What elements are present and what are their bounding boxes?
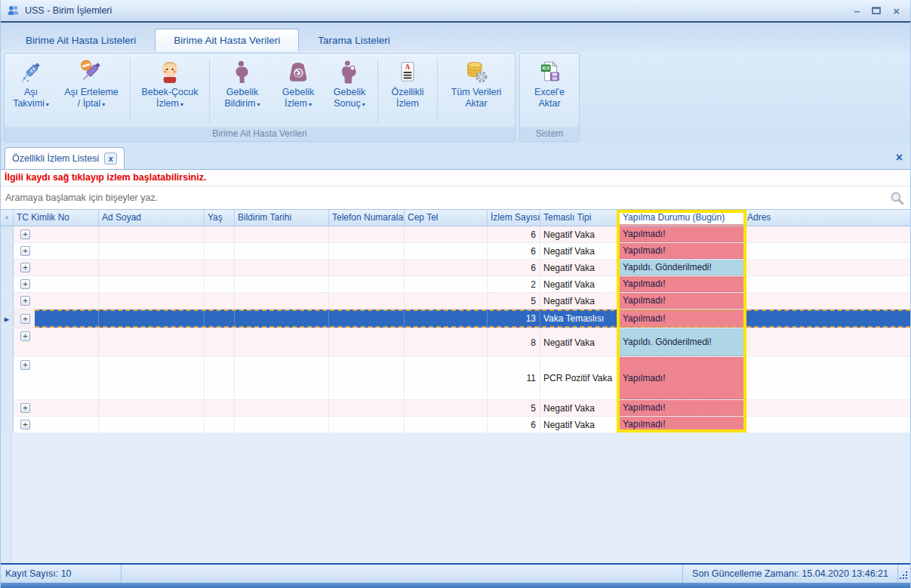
- gebelik-bildirim-button[interactable]: GebelikBildirim▾: [212, 55, 272, 127]
- ribbon-tab-strip: Birime Ait Hasta Listeleri Birime Ait Ha…: [1, 23, 910, 51]
- table-row[interactable]: + 6 Negatif Vaka Yapıldı. Gönderilmedi!: [1, 260, 910, 276]
- excele-aktar-button[interactable]: XLS Excel'eAktar: [522, 55, 577, 127]
- ribbon-separator: [130, 58, 131, 124]
- ribbon-group-label: Birime Ait Hasta Verileri: [5, 127, 515, 141]
- status-cell: Yapılmadı!: [620, 293, 744, 309]
- document-area: Özellikli İzlem Listesi x × İlgili kaydı…: [1, 143, 910, 563]
- status-cell: Yapılmadı!: [620, 357, 744, 399]
- row-indicator: [1, 243, 14, 259]
- temasli-tipi-cell: Negatif Vaka: [540, 417, 620, 433]
- status-cell: Yapılmadı!: [620, 226, 744, 242]
- baby-icon: [157, 59, 183, 85]
- svg-text:A: A: [405, 63, 411, 71]
- expand-button[interactable]: +: [20, 314, 30, 324]
- window-bottom-edge: [1, 583, 910, 588]
- column-header-cep-tel[interactable]: Cep Tel: [405, 210, 488, 226]
- table-row[interactable]: + 6 Negatif Vaka Yapılmadı!: [1, 417, 910, 433]
- row-indicator: [1, 226, 14, 242]
- pregnancy-icon: [229, 59, 255, 85]
- maximize-button[interactable]: [872, 7, 881, 14]
- temasli-tipi-cell: Negatif Vaka: [540, 226, 620, 242]
- table-row[interactable]: + 2 Negatif Vaka Yapılmadı!: [1, 276, 910, 293]
- tum-verileri-aktar-button[interactable]: Tüm VerileriAktar: [440, 55, 512, 127]
- table-row-selected[interactable]: ▸ + 13 Vaka Temaslısı Yapılmadı!: [1, 309, 910, 328]
- record-count-label: Kayıt Sayısı: 10: [1, 565, 122, 583]
- expand-button[interactable]: +: [20, 360, 30, 370]
- notice-text: İlgili kaydı sağ tıklayıp izlem başlatab…: [1, 170, 910, 186]
- chevron-down-icon: ▾: [180, 101, 183, 108]
- expand-button[interactable]: +: [20, 229, 30, 239]
- table-row[interactable]: + 11 PCR Pozitif Vaka Yapılmadı!: [1, 357, 910, 400]
- close-button[interactable]: ×: [893, 5, 900, 17]
- expand-button[interactable]: +: [20, 263, 30, 272]
- button-label: AşıTakvimi▾: [13, 87, 49, 109]
- expand-button[interactable]: +: [20, 296, 30, 306]
- document-tab-label: Özellikli İzlem Listesi: [12, 153, 99, 164]
- button-label: Özellikliİzlem: [391, 87, 423, 109]
- expand-button[interactable]: +: [20, 331, 30, 341]
- column-header-bildirim-tarihi[interactable]: Bildirim Tarihi: [235, 210, 329, 226]
- expand-button[interactable]: +: [20, 279, 30, 289]
- button-label: Aşı Erteleme/ İptal▾: [64, 87, 118, 109]
- temasli-tipi-cell: Negatif Vaka: [540, 328, 620, 356]
- search-icon: [890, 191, 904, 205]
- status-cell: Yapılmadı!: [620, 243, 744, 259]
- temasli-tipi-cell: Negatif Vaka: [540, 260, 620, 276]
- column-header-yapilma-durumu[interactable]: Yapılma Durumu (Bugün): [620, 210, 744, 226]
- database-export-icon: [463, 59, 489, 85]
- ribbon-group-label: Sistem: [520, 127, 579, 141]
- column-header-telefon-numaralari[interactable]: Telefon Numaraları: [329, 210, 405, 226]
- mother-baby-icon: [337, 59, 362, 85]
- izlem-sayisi-cell: 2: [488, 276, 540, 292]
- column-header-adres[interactable]: Adres: [744, 210, 910, 226]
- gebelik-sonuc-button[interactable]: GebelikSonuç▾: [324, 55, 375, 127]
- minimize-button[interactable]: –: [854, 5, 860, 17]
- grid-empty-area: [1, 433, 910, 563]
- table-row[interactable]: + 5 Negatif Vaka Yapılmadı!: [1, 400, 910, 417]
- izlem-sayisi-cell: 5: [488, 400, 540, 416]
- search-input[interactable]: [1, 192, 910, 203]
- expand-button[interactable]: +: [20, 420, 30, 429]
- button-label: Tüm VerileriAktar: [451, 87, 502, 109]
- featured-document-icon: A: [395, 59, 420, 85]
- select-all-corner[interactable]: *: [1, 210, 14, 226]
- table-row[interactable]: + 6 Negatif Vaka Yapılmadı!: [1, 226, 910, 243]
- tab-tarama-listeleri[interactable]: Tarama Listeleri: [299, 29, 408, 51]
- asi-takvimi-button[interactable]: AşıTakvimi▾: [7, 55, 55, 127]
- tab-ozellikli-izlem-listesi[interactable]: Özellikli İzlem Listesi x: [5, 147, 125, 169]
- pane-close-icon[interactable]: ×: [896, 152, 903, 164]
- gebelik-izlem-button[interactable]: Gebelikİzlem▾: [272, 55, 324, 127]
- ribbon-group-sistem: XLS Excel'eAktar Sistem: [519, 53, 580, 142]
- status-cell: Yapılmadı!: [620, 400, 744, 416]
- chevron-down-icon: ▾: [362, 101, 365, 108]
- expand-button[interactable]: +: [20, 246, 30, 256]
- table-row[interactable]: + 5 Negatif Vaka Yapılmadı!: [1, 293, 910, 309]
- column-header-ad-soyad[interactable]: Ad Soyad: [99, 210, 205, 226]
- asi-erteleme-iptal-button[interactable]: Aşı Erteleme/ İptal▾: [55, 55, 128, 127]
- column-header-izlem-sayisi[interactable]: İzlem Sayısı: [488, 210, 540, 226]
- column-header-yas[interactable]: Yaş: [205, 210, 235, 226]
- status-bar: Kayıt Sayısı: 10 Son Güncelleme Zamanı: …: [1, 563, 910, 583]
- table-row[interactable]: + 6 Negatif Vaka Yapılmadı!: [1, 243, 910, 260]
- ozellikli-izlem-button[interactable]: A Özellikliİzlem: [380, 55, 435, 127]
- row-indicator: [1, 357, 14, 399]
- temasli-tipi-cell: PCR Pozitif Vaka: [540, 357, 620, 399]
- column-header-temasli-tipi[interactable]: Temaslı Tipi: [540, 210, 620, 226]
- search-row: [1, 186, 910, 210]
- button-label: GebelikBildirim▾: [225, 87, 260, 109]
- bebek-cocuk-izlem-button[interactable]: Bebek-Çocukİzlem▾: [133, 55, 207, 127]
- status-cell: Yapılmadı!: [620, 309, 744, 328]
- tab-birime-ait-hasta-verileri[interactable]: Birime Ait Hasta Verileri: [155, 29, 299, 51]
- resize-grip[interactable]: [898, 565, 910, 583]
- app-window: USS - Birim İşlemleri – × Birime Ait Has…: [0, 0, 911, 588]
- vaccine-icon: [18, 59, 44, 85]
- table-row[interactable]: + 8 Negatif Vaka Yapıldı. Gönderilmedi!: [1, 328, 910, 357]
- izlem-sayisi-cell: 11: [488, 357, 540, 399]
- tab-birime-ait-hasta-listeleri[interactable]: Birime Ait Hasta Listeleri: [7, 29, 155, 51]
- expand-button[interactable]: +: [20, 403, 30, 413]
- temasli-tipi-cell: Negatif Vaka: [540, 293, 620, 309]
- row-indicator: [1, 328, 14, 356]
- column-header-tc-kimlik-no[interactable]: TC Kimlik No: [14, 210, 99, 226]
- temasli-tipi-cell: Negatif Vaka: [540, 276, 620, 292]
- tab-close-icon[interactable]: x: [104, 152, 117, 165]
